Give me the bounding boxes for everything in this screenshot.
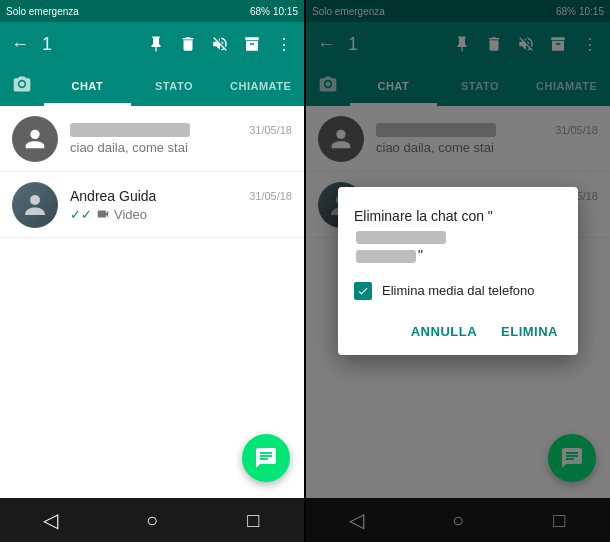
left-archive-icon[interactable] bbox=[240, 32, 264, 56]
left-chat-content-1: 31/05/18 ciao daila, come stai bbox=[70, 123, 292, 155]
left-tab-chiamate[interactable]: CHIAMATE bbox=[217, 66, 304, 106]
left-emergency-text: Solo emergenza bbox=[6, 6, 79, 17]
left-chat-item-2[interactable]: Andrea Guida 31/05/18 ✓✓ Video bbox=[0, 172, 304, 238]
left-chat-preview-2: ✓✓ Video bbox=[70, 207, 292, 222]
delete-dialog: Eliminare la chat con "" Elimina media d… bbox=[338, 187, 578, 355]
left-tab-stato[interactable]: STATO bbox=[131, 66, 218, 106]
left-chat-header-2: Andrea Guida 31/05/18 bbox=[70, 188, 292, 204]
dialog-cancel-button[interactable]: ANNULLA bbox=[407, 320, 481, 343]
left-top-bar-actions: ⋮ bbox=[144, 32, 296, 56]
left-chat-date-1: 31/05/18 bbox=[249, 124, 292, 136]
left-tab-bar: CHAT STATO CHIAMATE bbox=[0, 66, 304, 106]
left-avatar-1 bbox=[12, 116, 58, 162]
left-tab-camera[interactable] bbox=[0, 66, 44, 106]
left-chat-name-2: Andrea Guida bbox=[70, 188, 156, 204]
left-battery-text: 68% bbox=[250, 6, 270, 17]
dialog-actions: ANNULLA ELIMINA bbox=[354, 320, 562, 343]
dialog-confirm-button[interactable]: ELIMINA bbox=[497, 320, 562, 343]
left-tab-chat[interactable]: CHAT bbox=[44, 66, 131, 106]
dialog-title-prefix: Eliminare la chat con " bbox=[354, 208, 493, 224]
left-chat-header-1: 31/05/18 bbox=[70, 123, 292, 137]
left-delete-icon[interactable] bbox=[176, 32, 200, 56]
left-fab[interactable] bbox=[242, 434, 290, 482]
left-chat-preview-text-1: ciao daila, come stai bbox=[70, 140, 188, 155]
left-pin-icon[interactable] bbox=[144, 32, 168, 56]
delete-media-label: Elimina media dal telefono bbox=[382, 283, 534, 298]
dialog-contact-name-blur-2 bbox=[356, 250, 416, 263]
dialog-checkbox-row: Elimina media dal telefono bbox=[354, 282, 562, 300]
left-chat-content-2: Andrea Guida 31/05/18 ✓✓ Video bbox=[70, 188, 292, 222]
left-chat-preview-1: ciao daila, come stai bbox=[70, 140, 292, 155]
left-time-text: 10:15 bbox=[273, 6, 298, 17]
left-chat-preview-text-2: Video bbox=[114, 207, 147, 222]
right-overlay: Eliminare la chat con "" Elimina media d… bbox=[306, 0, 610, 542]
left-chat-date-2: 31/05/18 bbox=[249, 190, 292, 202]
dialog-title: Eliminare la chat con "" bbox=[354, 207, 562, 266]
left-selected-count: 1 bbox=[42, 34, 52, 55]
left-tab-chiamate-label: CHIAMATE bbox=[230, 80, 291, 92]
delete-media-checkbox[interactable] bbox=[354, 282, 372, 300]
right-phone-screen: Solo emergenza 68% 10:15 ← 1 ⋮ bbox=[306, 0, 610, 542]
left-avatar-2 bbox=[12, 182, 58, 228]
left-back-button[interactable]: ← bbox=[8, 32, 32, 56]
left-phone-screen: Solo emergenza 68% 10:15 ← 1 ⋮ bbox=[0, 0, 304, 542]
left-nav-recent[interactable]: □ bbox=[233, 500, 273, 540]
left-top-bar: ← 1 ⋮ bbox=[0, 22, 304, 66]
left-check-icon: ✓✓ bbox=[70, 207, 92, 222]
left-more-icon[interactable]: ⋮ bbox=[272, 32, 296, 56]
left-mute-icon[interactable] bbox=[208, 32, 232, 56]
left-tab-stato-label: STATO bbox=[155, 80, 193, 92]
left-status-bar: Solo emergenza 68% 10:15 bbox=[0, 0, 304, 22]
svg-point-0 bbox=[30, 195, 40, 205]
left-chat-item-1[interactable]: 31/05/18 ciao daila, come stai bbox=[0, 106, 304, 172]
left-chat-name-blur-1 bbox=[70, 123, 190, 137]
left-tab-chat-label: CHAT bbox=[71, 80, 103, 92]
dialog-contact-name-blur bbox=[356, 231, 446, 244]
dialog-title-suffix: " bbox=[418, 247, 423, 263]
left-nav-bar: ◁ ○ □ bbox=[0, 498, 304, 542]
left-nav-back[interactable]: ◁ bbox=[31, 500, 71, 540]
left-nav-home[interactable]: ○ bbox=[132, 500, 172, 540]
left-camera-icon bbox=[12, 74, 32, 99]
